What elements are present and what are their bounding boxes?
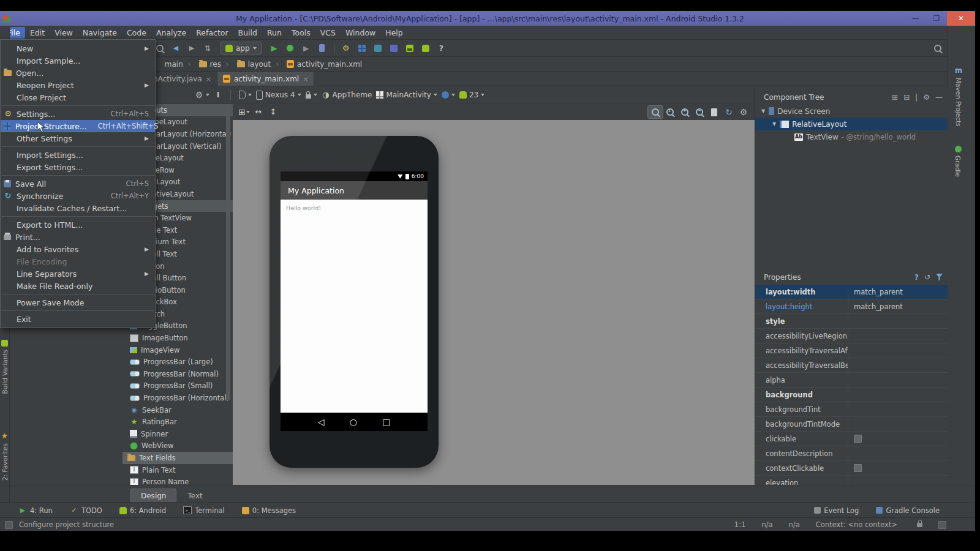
filter-icon[interactable] (936, 274, 943, 280)
breadcrumb-item[interactable]: layout (224, 60, 271, 69)
property-row[interactable]: accessibilityTraversalAfter (755, 343, 948, 358)
collapse-all-icon[interactable]: ⊟ (903, 93, 910, 102)
menu-item[interactable]: Settings... Ctrl+Alt+S (1, 108, 155, 120)
tool-window-button[interactable]: Event Log (814, 506, 859, 515)
toolbar-button[interactable] (354, 42, 370, 55)
palette-item[interactable]: RatingBar (123, 416, 233, 428)
close-button[interactable]: ✕ (947, 11, 975, 26)
toolbar-button[interactable] (314, 42, 330, 55)
toolbar-button[interactable] (402, 42, 418, 55)
component-tree-row[interactable]: Device Screen (755, 105, 948, 118)
toolbar-button[interactable] (434, 42, 450, 55)
menu-item[interactable]: Other Settings (1, 132, 155, 144)
property-row[interactable]: backgroundTintMode (755, 417, 948, 432)
zoom-actual-size-button[interactable]: 1 (663, 106, 677, 118)
palette-item[interactable]: ProgressBar (Large) (123, 356, 233, 368)
tool-window-button[interactable]: 0: Messages (242, 506, 296, 515)
menu-item[interactable]: Open... (1, 67, 155, 79)
editor-tab[interactable]: activity_main.xml (217, 72, 314, 86)
menu-item[interactable]: Reopen Project (1, 79, 155, 91)
menubar-item[interactable]: Tools (287, 27, 315, 39)
component-tree-row[interactable]: RelativeLayout (755, 118, 948, 130)
hector-icon[interactable] (938, 521, 946, 529)
menu-item[interactable]: Project Structure... Ctrl+Alt+Shift+S (1, 120, 155, 132)
locale-selector[interactable] (442, 91, 455, 99)
menu-item[interactable]: Invalidate Caches / Restart... (1, 202, 155, 214)
property-row[interactable]: alpha (755, 373, 948, 388)
gradle-tool-button[interactable]: Gradle (954, 146, 962, 177)
toolbar-button[interactable] (168, 42, 184, 55)
palette-item[interactable]: ProgressBar (Normal) (123, 368, 233, 380)
line-separator-indicator[interactable]: n/a (761, 520, 772, 529)
target-selector[interactable] (306, 92, 317, 99)
menu-item[interactable]: Save All Ctrl+S (1, 178, 155, 190)
palette-item[interactable]: WebView (123, 440, 233, 452)
menu-item[interactable]: Make File Read-only (1, 280, 155, 292)
expand-arrow-icon[interactable] (761, 108, 765, 114)
toolbar-button[interactable] (930, 42, 946, 55)
property-row[interactable]: contentDescription (755, 446, 948, 461)
menu-item[interactable]: Exit (1, 313, 155, 325)
property-row[interactable]: layout:height match_parent (755, 299, 948, 314)
toolbar-button[interactable] (282, 42, 298, 55)
property-row[interactable]: accessibilityLiveRegion (755, 329, 948, 343)
device-selector[interactable]: Nexus 4 (256, 91, 301, 100)
menubar-item[interactable]: Code (122, 27, 151, 39)
designer-settings-button[interactable] (195, 91, 209, 99)
menu-item[interactable]: Import Settings... (1, 149, 155, 161)
build-variants-tool-button[interactable]: Build Variants (0, 340, 9, 394)
match-parent-height-button[interactable] (266, 106, 281, 118)
menubar-item[interactable]: View (50, 27, 78, 39)
property-checkbox[interactable] (854, 464, 862, 472)
encoding-indicator[interactable]: n/a (789, 520, 800, 529)
toolbar-button[interactable] (338, 42, 354, 55)
palette-scrollbar[interactable] (226, 107, 230, 400)
zoom-out-button[interactable]: − (692, 106, 707, 118)
property-row[interactable]: backgroundTint (755, 402, 948, 417)
hide-panel-icon[interactable]: — (935, 93, 943, 102)
menu-item[interactable]: Synchronize Ctrl+Alt+Y (1, 190, 155, 202)
menu-item[interactable]: File Encoding (1, 255, 155, 268)
theme-selector[interactable]: AppTheme (322, 91, 372, 99)
editor-mode-tab[interactable]: Design (130, 489, 176, 503)
menubar-item[interactable]: VCS (315, 27, 341, 39)
property-row[interactable]: clickable (755, 432, 948, 446)
phone-content-area[interactable]: Hello world! (281, 200, 428, 413)
toolbar-button[interactable] (418, 42, 434, 55)
help-icon[interactable]: ? (914, 273, 919, 282)
reset-icon[interactable]: ↺ (924, 273, 930, 282)
palette-item[interactable]: ImageView (123, 344, 233, 356)
palette-item[interactable]: ImageButton (123, 332, 233, 344)
component-tree-row[interactable]: TextView - @string/hello_world (755, 130, 948, 143)
toolbar-button[interactable] (370, 42, 386, 55)
gravity-button[interactable] (236, 106, 251, 118)
palette-item[interactable]: Plain Text (123, 464, 233, 476)
breadcrumb-item[interactable]: res (186, 60, 221, 69)
property-row[interactable]: accessibilityTraversalBefore (755, 358, 948, 373)
menubar-item[interactable]: Help (380, 27, 408, 39)
zoom-in-button[interactable]: + (677, 106, 692, 118)
breadcrumb-item[interactable]: activity_main.xml (273, 60, 362, 69)
menu-item[interactable]: Add to Favorites (1, 243, 155, 255)
expand-all-icon[interactable]: ⊞ (892, 93, 898, 102)
menubar-item[interactable]: Run (262, 27, 287, 39)
favorites-tool-button[interactable]: 2: Favorites (0, 432, 9, 481)
palette-item[interactable]: ProgressBar (Horizontal) (123, 392, 233, 404)
api-version-selector[interactable]: 23 (459, 91, 484, 99)
menubar-item[interactable]: Build (233, 27, 262, 39)
palette-item[interactable]: Text Fields (123, 452, 233, 464)
zoom-to-fit-button[interactable] (648, 106, 663, 118)
toolbar-button[interactable] (298, 42, 314, 55)
palette-item[interactable]: ProgressBar (Small) (123, 380, 233, 392)
variant-button[interactable] (214, 91, 222, 99)
menubar-item[interactable]: Refactor (191, 27, 233, 39)
maximize-button[interactable]: ❐ (926, 11, 947, 26)
orientation-selector[interactable] (239, 91, 252, 99)
menu-item[interactable]: Export to HTML... (1, 219, 155, 231)
tool-window-button[interactable]: Terminal (183, 506, 225, 515)
run-configuration-selector[interactable]: app (221, 42, 262, 54)
property-checkbox[interactable] (854, 435, 862, 443)
property-row[interactable]: style (755, 314, 948, 329)
toolbar-button[interactable] (386, 42, 402, 55)
design-canvas[interactable]: 6:00 My Application Hello world! ◁ ○ □ (233, 120, 755, 485)
